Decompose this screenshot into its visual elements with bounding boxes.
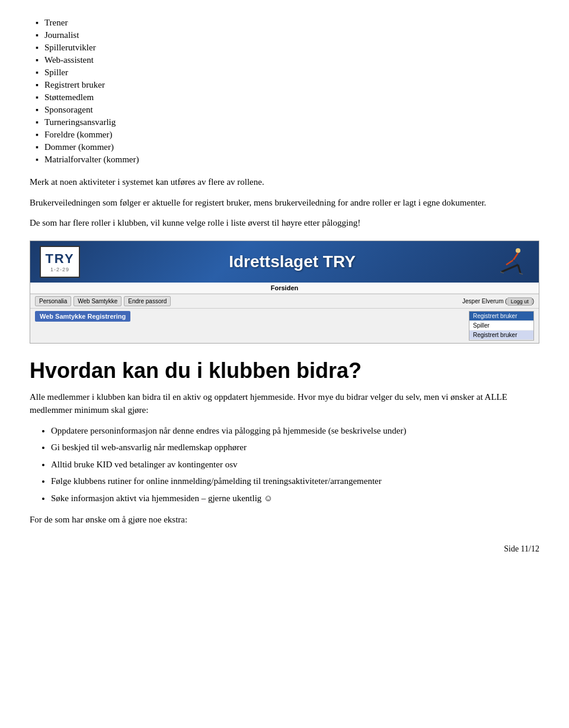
contribution-list: Oppdatere personinformasjon når denne en…: [30, 424, 539, 505]
svg-line-2: [506, 260, 513, 265]
screenshot-image: TRY 1-2-29 Idrettslaget TRY Forsiden Per…: [30, 240, 539, 344]
svg-point-0: [516, 248, 520, 253]
main-heading: Hvordan kan du i klubben bidra?: [30, 358, 539, 383]
contribution-list-item: Alltid bruke KID ved betalinger av konti…: [51, 458, 539, 472]
role-list: TrenerJournalistSpillerutviklerWeb-assis…: [30, 18, 539, 165]
svg-line-7: [519, 273, 523, 274]
role-area: Web Samtykke Registrering Registrert bru…: [30, 309, 539, 343]
nav-tabs-container: PersonaliaWeb SamtykkeEndre passord: [35, 296, 171, 306]
page-number: Side 11/12: [504, 544, 539, 554]
role-list-item: Registrert bruker: [36, 80, 539, 90]
last-paragraph: For de som har ønske om å gjøre noe ekst…: [30, 513, 539, 527]
role-list-item: Spillerutvikler: [36, 43, 539, 53]
de-som-paragraph: De som har flere roller i klubben, vil k…: [30, 216, 539, 230]
nav-user-area: Jesper Elverum (Logg ut): [462, 298, 534, 304]
page-footer: Side 11/12: [30, 544, 539, 554]
role-list-item: Foreldre (kommer): [36, 130, 539, 140]
nav-tab[interactable]: Personalia: [35, 296, 71, 306]
forsiden-bar: Forsiden: [30, 283, 539, 294]
try-logo: TRY 1-2-29: [40, 246, 80, 278]
merk-paragraph: Merk at noen aktiviteter i systemet kan …: [30, 175, 539, 189]
role-dropdown-item[interactable]: Registrert bruker: [469, 331, 533, 340]
try-logo-sub: 1-2-29: [50, 267, 69, 272]
svg-line-5: [518, 265, 520, 273]
role-list-item: Sponsoragent: [36, 105, 539, 115]
contribution-list-item: Søke informasjon aktivt via hjemmesiden …: [51, 492, 539, 505]
forsiden-label: Forsiden: [271, 284, 298, 291]
role-list-item: Web-assistent: [36, 55, 539, 65]
nav-user-text: Jesper Elverum (Logg ut): [462, 298, 534, 304]
try-banner-title: Idrettslaget TRY: [91, 252, 494, 271]
contribution-list-item: Følge klubbens rutiner for online innmel…: [51, 474, 539, 488]
role-list-item: Støttemedlem: [36, 92, 539, 102]
svg-line-3: [513, 260, 518, 265]
nav-tab[interactable]: Endre passord: [124, 296, 171, 306]
svg-line-4: [501, 265, 518, 272]
intro-paragraph: Alle medlemmer i klubben kan bidra til e…: [30, 390, 539, 417]
role-dropdown-item[interactable]: Registrert bruker: [469, 312, 533, 321]
role-dropdown-item[interactable]: Spiller: [469, 321, 533, 331]
svg-line-1: [513, 253, 518, 260]
role-list-item: Spiller: [36, 68, 539, 78]
try-logo-text: TRY: [45, 251, 74, 267]
role-list-item: Matrialforvalter (kommer): [36, 155, 539, 165]
nav-tab[interactable]: Web Samtykke: [73, 296, 122, 306]
contribution-list-item: Oppdatere personinformasjon når denne en…: [51, 424, 539, 438]
role-list-item: Trener: [36, 18, 539, 28]
logout-link[interactable]: Logg ut: [507, 297, 532, 306]
role-list-item: Dommer (kommer): [36, 142, 539, 152]
role-list-item: Journalist: [36, 30, 539, 40]
contribution-list-item: Gi beskjed til web-ansvarlig når medlems…: [51, 441, 539, 454]
try-banner: TRY 1-2-29 Idrettslaget TRY: [30, 241, 539, 283]
role-list-item: Turneringsansvarlig: [36, 117, 539, 127]
screenshot-navbar: PersonaliaWeb SamtykkeEndre passord Jesp…: [30, 294, 539, 309]
ski-figure-icon: [494, 246, 529, 278]
role-dropdown[interactable]: Registrert brukerSpillerRegistrert bruke…: [469, 311, 534, 341]
brukerveiledning-paragraph: Brukerveiledningen som følger er aktuell…: [30, 196, 539, 210]
web-samtykke-label: Web Samtykke Registrering: [35, 311, 130, 322]
